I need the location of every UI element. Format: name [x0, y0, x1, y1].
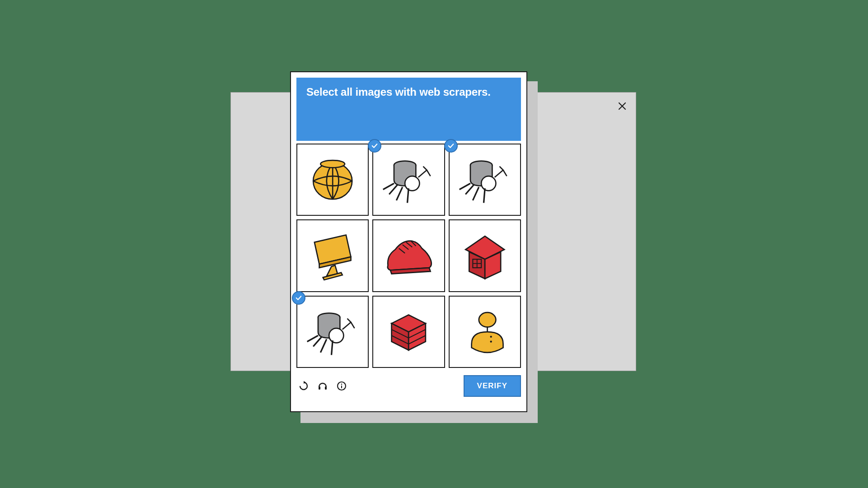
person-icon	[455, 302, 515, 362]
info-icon[interactable]	[336, 381, 347, 391]
tile-globe[interactable]	[296, 144, 369, 216]
svg-point-4	[405, 176, 419, 191]
svg-rect-16	[325, 386, 327, 390]
svg-point-6	[481, 176, 496, 191]
server-icon	[378, 302, 439, 362]
svg-point-12	[479, 312, 496, 327]
close-icon[interactable]	[617, 101, 628, 112]
tile-web-scraper[interactable]	[449, 144, 521, 216]
captcha-grid	[296, 144, 521, 368]
svg-rect-19	[341, 386, 342, 388]
svg-rect-15	[319, 386, 320, 390]
refresh-icon[interactable]	[298, 381, 309, 391]
footer-icons	[296, 381, 347, 391]
svg-point-18	[341, 384, 343, 385]
monitor-icon	[302, 225, 363, 286]
checkmark-icon	[444, 139, 458, 153]
tile-house[interactable]	[449, 219, 521, 292]
web-scraper-icon	[455, 149, 515, 210]
house-icon	[455, 225, 515, 286]
tile-shoe[interactable]	[372, 219, 445, 292]
shoe-icon	[378, 225, 439, 286]
svg-point-14	[490, 340, 492, 342]
web-scraper-icon	[378, 149, 439, 210]
tile-monitor[interactable]	[296, 219, 369, 292]
tile-person[interactable]	[449, 296, 521, 368]
instruction-text: Select all images with web scrapers.	[306, 86, 491, 98]
headphones-icon[interactable]	[317, 381, 328, 391]
tile-server[interactable]	[372, 296, 445, 368]
tile-web-scraper[interactable]	[296, 296, 369, 368]
web-scraper-icon	[302, 302, 363, 362]
svg-point-11	[329, 328, 343, 343]
svg-point-13	[490, 335, 492, 337]
captcha-instruction: Select all images with web scrapers.	[296, 78, 521, 141]
checkmark-icon	[292, 291, 305, 305]
verify-button[interactable]: VERIFY	[464, 375, 521, 397]
tile-web-scraper[interactable]	[372, 144, 445, 216]
captcha-dialog: Select all images with web scrapers.	[290, 71, 527, 412]
globe-icon	[302, 149, 363, 210]
captcha-footer: VERIFY	[296, 374, 521, 398]
svg-point-2	[320, 160, 345, 167]
